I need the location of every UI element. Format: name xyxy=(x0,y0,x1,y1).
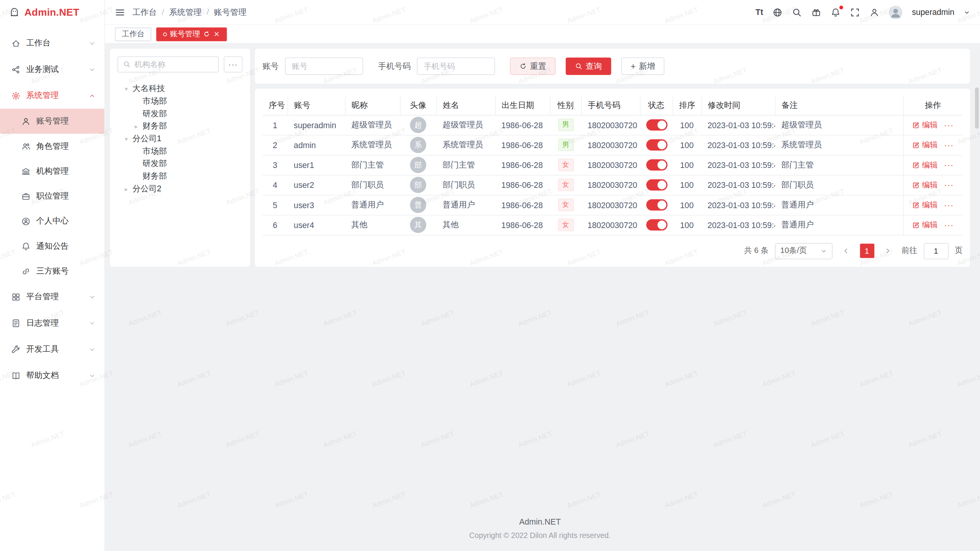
fullscreen-icon[interactable] xyxy=(850,7,860,17)
user-avatar: 部 xyxy=(410,177,426,193)
sidebar-item-position-management[interactable]: 职位管理 xyxy=(0,184,105,209)
tree-node[interactable]: 研发部 xyxy=(118,108,243,120)
avatar-cell: 普 xyxy=(400,195,436,215)
notification-bell-icon[interactable] xyxy=(831,7,841,17)
next-page-button[interactable] xyxy=(880,243,895,258)
brand[interactable]: Admin.NET xyxy=(0,0,105,25)
globe-icon[interactable] xyxy=(773,7,782,17)
table-cell: admin xyxy=(287,135,345,155)
sidebar-item-workbench[interactable]: 工作台 xyxy=(0,30,105,56)
breadcrumb-separator: / xyxy=(162,8,164,17)
profile-icon[interactable] xyxy=(869,7,879,17)
column-header: 昵称 xyxy=(345,96,400,115)
actions-cell: 编辑··· xyxy=(903,135,962,155)
edit-button[interactable]: 编辑 xyxy=(912,120,938,130)
tree-caret-icon[interactable]: ▾ xyxy=(122,135,130,142)
org-more-button[interactable]: ··· xyxy=(224,56,242,72)
edit-button[interactable]: 编辑 xyxy=(912,160,938,170)
sidebar-item-third-party-account[interactable]: 三方账号 xyxy=(0,259,105,284)
sidebar-item-help-docs[interactable]: 帮助文档 xyxy=(0,362,105,389)
table-cell: 18020030720 xyxy=(581,175,640,195)
status-toggle[interactable] xyxy=(646,199,668,210)
edit-button[interactable]: 编辑 xyxy=(912,200,938,210)
sidebar-item-platform-management[interactable]: 平台管理 xyxy=(0,284,105,310)
sidebar-item-log-management[interactable]: 日志管理 xyxy=(0,310,105,336)
sidebar-item-business-test[interactable]: 业务测试 xyxy=(0,56,105,83)
org-search-input[interactable] xyxy=(134,60,213,69)
edit-button[interactable]: 编辑 xyxy=(912,140,938,150)
sidebar-item-label: 帮助文档 xyxy=(26,370,59,381)
scrollbar-thumb[interactable] xyxy=(975,88,979,129)
status-toggle[interactable] xyxy=(646,219,668,230)
close-icon[interactable] xyxy=(213,31,220,37)
tree-caret-icon[interactable]: ▸ xyxy=(122,185,130,192)
tree-node[interactable]: ▸财务部 xyxy=(118,120,243,132)
sidebar-item-org-management[interactable]: 机构管理 xyxy=(0,159,105,184)
breadcrumb-item[interactable]: 账号管理 xyxy=(214,7,247,18)
sidebar-item-label: 系统管理 xyxy=(26,90,59,101)
breadcrumb: 工作台 / 系统管理 / 账号管理 xyxy=(132,7,247,18)
font-size-icon[interactable]: Tt xyxy=(756,8,763,17)
status-toggle[interactable] xyxy=(646,139,668,150)
page-number-button[interactable]: 1 xyxy=(860,244,874,258)
row-more-button[interactable]: ··· xyxy=(944,180,954,189)
row-more-button[interactable]: ··· xyxy=(944,160,954,170)
tree-node[interactable]: 研发部 xyxy=(118,157,243,170)
row-more-button[interactable]: ··· xyxy=(944,140,954,150)
breadcrumb-item[interactable]: 系统管理 xyxy=(169,7,202,18)
tree-node[interactable]: 财务部 xyxy=(118,170,243,183)
search-icon[interactable] xyxy=(792,7,802,17)
status-toggle[interactable] xyxy=(646,159,668,170)
chevron-down-icon[interactable] xyxy=(964,9,970,15)
sidebar-item-dev-tools[interactable]: 开发工具 xyxy=(0,336,105,362)
sidebar-item-label: 开发工具 xyxy=(26,344,59,355)
goto-page-input[interactable] xyxy=(923,243,948,259)
page-size-select[interactable]: 10条/页 xyxy=(775,243,832,259)
row-more-button[interactable]: ··· xyxy=(944,220,954,230)
status-toggle[interactable] xyxy=(646,179,668,191)
tab-workbench[interactable]: 工作台 xyxy=(115,27,151,41)
tree-node[interactable]: ▾大名科技 xyxy=(118,83,243,95)
breadcrumb-item[interactable]: 工作台 xyxy=(132,7,157,18)
edit-button[interactable]: 编辑 xyxy=(912,179,938,190)
logo-icon xyxy=(9,7,20,18)
app-root: Admin.NET 工作台业务测试系统管理账号管理角色管理机构管理职位管理个人中… xyxy=(0,0,980,551)
reset-button[interactable]: 重置 xyxy=(510,57,555,75)
tree-node[interactable]: ▾分公司1 xyxy=(118,132,243,145)
sidebar-item-notice-announcement[interactable]: 通知公告 xyxy=(0,234,105,259)
refresh-icon[interactable] xyxy=(203,31,210,37)
link-icon xyxy=(21,266,31,276)
phone-filter-input[interactable] xyxy=(417,57,495,75)
status-toggle[interactable] xyxy=(646,119,668,130)
edit-button[interactable]: 编辑 xyxy=(912,220,938,230)
tree-node[interactable]: 市场部 xyxy=(118,95,243,108)
tree-node-label: 大名科技 xyxy=(132,83,165,94)
roles-icon xyxy=(21,142,31,151)
tab-account-management[interactable]: 账号管理 xyxy=(156,27,227,41)
table-cell: 其他 xyxy=(436,215,495,235)
tree-node[interactable]: ▸分公司2 xyxy=(118,183,243,195)
sidebar-item-account-management[interactable]: 账号管理 xyxy=(0,109,105,134)
tree-caret-icon[interactable]: ▾ xyxy=(122,85,130,92)
prev-page-button[interactable] xyxy=(838,243,853,258)
add-button[interactable]: + 新增 xyxy=(621,57,665,75)
row-more-button[interactable]: ··· xyxy=(944,200,954,209)
user-avatar[interactable] xyxy=(889,5,903,19)
user-icon xyxy=(21,116,31,126)
table-cell: 普通用户 xyxy=(345,195,400,215)
sidebar-item-system-management[interactable]: 系统管理 xyxy=(0,83,105,109)
org-search-field xyxy=(118,56,219,72)
tree-node[interactable]: 市场部 xyxy=(118,145,243,158)
row-more-button[interactable]: ··· xyxy=(944,120,954,129)
search-button[interactable]: 查询 xyxy=(566,57,611,75)
account-filter-input[interactable] xyxy=(285,57,363,75)
column-header: 排序 xyxy=(673,96,701,115)
current-username[interactable]: superadmin xyxy=(912,8,954,17)
table-cell: 部门职员 xyxy=(345,175,400,195)
sidebar-item-personal-center[interactable]: 个人中心 xyxy=(0,209,105,233)
chevron-down-icon xyxy=(89,40,96,47)
sidebar-item-role-management[interactable]: 角色管理 xyxy=(0,134,105,158)
hamburger-icon[interactable] xyxy=(115,7,125,17)
gift-icon[interactable] xyxy=(811,7,821,17)
tree-caret-icon[interactable]: ▸ xyxy=(132,123,140,130)
